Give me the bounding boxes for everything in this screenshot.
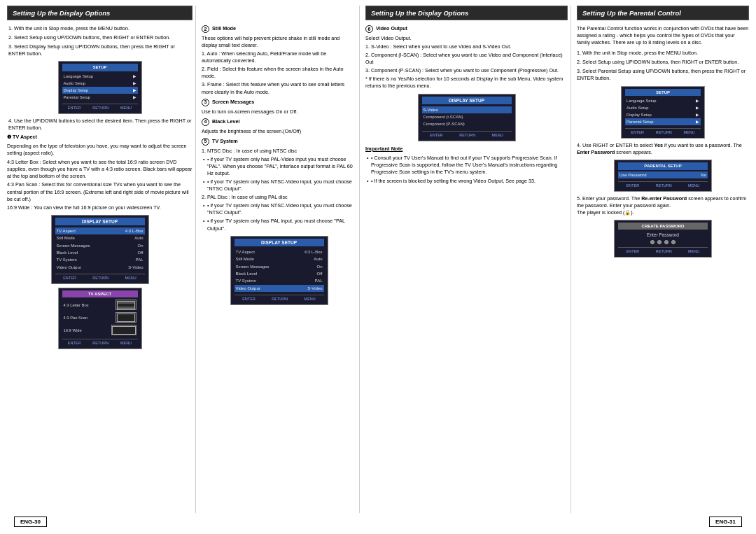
dsv-row-1: TV Aspect4:3 L-Box: [234, 248, 324, 255]
dsv-row-4: Black LevelOff: [234, 270, 324, 277]
player-locked-text: The player is locked (🔒).: [577, 209, 634, 216]
tv-system-bullet-1: • if your TV system only has PAL-Video i…: [202, 156, 356, 177]
parental-step-3: 3. Select Parental Setup using UP/DOWN b…: [577, 68, 749, 82]
dsfull-row-still: Still ModeAuto: [55, 234, 145, 241]
parental-menu-title: SETUP: [625, 89, 701, 96]
ta-row-3: 16:9 Wide: [62, 324, 138, 336]
step-4: 4. Use the UP/DOWN buttons to select the…: [7, 118, 192, 132]
tv-system-bullet-3: • if your TV system only has NTSC-Video …: [202, 202, 356, 216]
parental-step-5: 5. Enter your password. The Re-enter Pas…: [577, 195, 749, 216]
create-password-title: CREATE PASSWORD: [618, 223, 708, 230]
ta-row-1: 4:3 Letter Box: [62, 299, 138, 311]
vo-item-3: 3. Component (P-SCAN) : Select when you …: [365, 67, 568, 74]
dsp-title: DISPLAY SETUP: [422, 97, 512, 104]
dsp-row-1: S-Video: [422, 106, 512, 113]
column-4: Setting Up the Parental Control The Pare…: [570, 6, 749, 513]
menu-setup-screen: SETUP Language Setup▶ Audio Setup▶ Displ…: [58, 61, 142, 114]
step-3: 3. Select Display Setup using UP/DOWN bu…: [7, 43, 192, 57]
screen-msg-desc: Use to turn on-screen messages On or Off…: [202, 108, 356, 115]
col4-content: The Parental Control function works in c…: [577, 25, 749, 258]
tv-system-item-2: 2. PAL Disc : In case of using PAL disc: [202, 194, 356, 201]
tv-aspect-desc: Depending on the type of television you …: [7, 143, 192, 157]
vo-item-1: 1. S-Video : Select when you want to use…: [365, 43, 568, 50]
ta-row-2: 4:3 Pan Scan: [62, 311, 138, 323]
dot-1: [650, 240, 654, 244]
dsv-row-2: Still ModeAuto: [234, 255, 324, 262]
dot-4: [671, 240, 676, 244]
password-dots: [618, 240, 708, 244]
still-mode-desc: These options will help prevent picture …: [202, 35, 356, 49]
ta-icon-2: [115, 312, 136, 323]
tv-aspect-screen-title: TV ASPECT: [62, 290, 138, 297]
tv-system-heading: 5 TV System: [202, 138, 356, 146]
vo-item-2: 2. Component (I-SCAN) : Select when you …: [365, 52, 568, 66]
parental-step-1: 1. With the unit in Stop mode, press the…: [577, 50, 749, 57]
still-mode-item-3: 3. Frame : Select this feature when you …: [202, 81, 356, 95]
column-3: Setting Up the Display Options 6 Video O…: [359, 6, 568, 513]
dsp-row-2: Component (I-SCAN): [422, 113, 512, 120]
reenter-password-label: Re-enter Password: [641, 195, 687, 202]
col1-title: Setting Up the Display Options: [13, 9, 110, 17]
col2-content: 2 Still Mode These options will help pre…: [202, 25, 356, 305]
pm-row-parental: Parental Setup▶: [625, 118, 701, 125]
page-footer: ENG-30 ENG-31: [0, 514, 756, 528]
still-mode-item-2: 2. Field : Select this feature when the …: [202, 66, 356, 80]
col4-title: Setting Up the Parental Control: [582, 9, 681, 17]
note-item-1: • Consult your TV User's Manual to find …: [365, 155, 568, 176]
col4-header: Setting Up the Parental Control: [577, 6, 749, 20]
ta-icon-3: [111, 325, 136, 335]
column-1: Setting Up the Display Options 1. With t…: [7, 6, 192, 513]
col1-content: 1. With the unit in Stop mode, press the…: [7, 25, 192, 349]
enter-password-label: Enter Password: [618, 232, 708, 238]
footer-left: ENG-30: [14, 517, 47, 527]
create-password-screen: CREATE PASSWORD Enter Password ENTERRETU…: [614, 220, 712, 258]
menu-setup-title: SETUP: [62, 64, 138, 71]
tv-aspect-screen: TV ASPECT 4:3 Letter Box 4:3 Pan Scan: [58, 288, 142, 349]
dsfull-row-black: Black LevelOff: [55, 249, 145, 256]
dsp-bottom: ENTERRETURNMENU: [422, 131, 512, 139]
black-level-label: Black Level: [212, 118, 240, 125]
black-level-desc: Adjusts the brightness of the screen.(On…: [202, 128, 356, 135]
ps-row-1: Use PasswordNo: [618, 171, 708, 178]
ta-icon-1: [115, 300, 136, 310]
col3-header: Setting Up the Display Options: [365, 6, 568, 20]
parental-menu-screen: SETUP Language Setup▶ Audio Setup▶ Displ…: [621, 86, 705, 139]
dot-2: [657, 240, 662, 244]
video-output-heading: 6 Video Output: [365, 25, 568, 33]
screen-msg-label: Screen Messages: [212, 99, 254, 106]
parental-setup-title: PARENTAL SETUP: [618, 162, 708, 169]
footer-right: ENG-31: [709, 517, 742, 527]
cp-bottom: ENTERRETURNMENU: [618, 247, 708, 255]
black-level-heading: 4 Black Level: [202, 118, 356, 126]
dsfull-row-tv: TV SystemPAL: [55, 256, 145, 263]
video-output-label: Video Output: [376, 25, 407, 32]
menu-row-audio: Audio Setup▶: [62, 80, 138, 87]
dsv-row-5: TV SystemPAL: [234, 277, 324, 284]
note-item-2: • If the screen is blocked by setting th…: [365, 178, 568, 185]
parental-step-2: 2. Select Setup using UP/DOWN buttons, t…: [577, 59, 749, 66]
step-1: 1. With the unit in Stop mode, press the…: [7, 25, 192, 32]
dot-3: [664, 240, 668, 244]
ps-bottom: ENTERRETURNMENU: [618, 181, 708, 189]
screen-msg-heading: 3 Screen Messages: [202, 99, 356, 106]
column-2: Setting Up the Display Options 2 Still M…: [195, 6, 356, 513]
col3-content: 6 Video Output Select Video Output. 1. S…: [365, 25, 568, 185]
vo-note: * If there is no Yes/No selection for 10…: [365, 76, 568, 90]
menu-row-parental: Parental Setup▶: [62, 94, 138, 101]
display-setup-partial-screen: DISPLAY SETUP S-Video Component (I-SCAN)…: [418, 94, 516, 141]
dsv-row-3: Screen MessagesOn: [234, 263, 324, 270]
col3-title: Setting Up the Display Options: [371, 9, 468, 17]
dsfull-row-video: Video OutputS-Video: [55, 264, 145, 271]
pm-bottom: ENTERRETURNMENU: [625, 128, 701, 136]
parental-intro: The Parental Control function works in c…: [577, 25, 749, 46]
tv-aspect-item-3: 16:9 Wide : You can view the full 16:9 p…: [7, 204, 192, 211]
menu-setup-bottom: ENTERRETURNMENU: [62, 104, 138, 111]
tv-system-bullet-2: • if your TV system only has NTSC-Video …: [202, 178, 356, 192]
video-output-desc: Select Video Output.: [365, 35, 568, 42]
page-layout: Setting Up the Display Options 1. With t…: [0, 0, 756, 534]
dsfull-bottom: ENTERRETURNMENU: [55, 274, 145, 281]
still-mode-heading: 2 Still Mode: [202, 25, 356, 33]
tv-aspect-heading: ❶ TV Aspect: [7, 134, 192, 141]
pm-row-display: Display Setup▶: [625, 111, 701, 118]
tv-aspect-item-1: 4:3 Letter Box : Select when you want to…: [7, 159, 192, 180]
